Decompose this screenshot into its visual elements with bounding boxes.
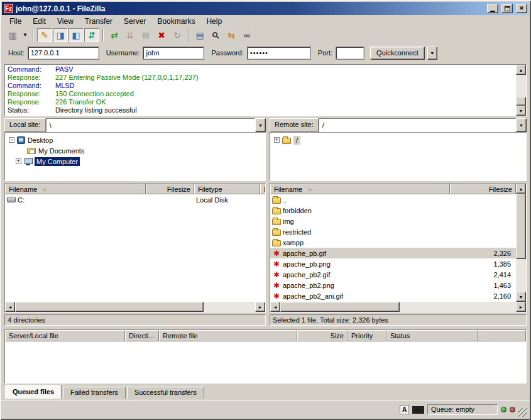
- collapse-icon[interactable]: −: [9, 137, 14, 143]
- toggle-remote-tree-icon[interactable]: ◧: [68, 28, 84, 42]
- file-row[interactable]: ✱apache_pb2_ani.gif 2,160: [270, 290, 516, 301]
- column-header-remote-file[interactable]: Remote file: [159, 330, 297, 341]
- tree-item-root[interactable]: + /: [274, 135, 526, 145]
- toggle-local-tree-icon[interactable]: ◨: [53, 28, 68, 42]
- maximize-button[interactable]: [501, 4, 513, 13]
- log-scrollbar[interactable]: ▲ ▼: [516, 65, 526, 116]
- menu-file[interactable]: File: [4, 16, 27, 27]
- scrollbar-thumb[interactable]: [516, 194, 526, 259]
- file-row-selected[interactable]: ✱apache_pb.gif 2,326: [270, 248, 516, 258]
- tab-successful-transfers[interactable]: Successful transfers: [127, 387, 204, 399]
- window-title: john@127.0.0.1 - FileZilla: [16, 4, 484, 13]
- titlebar[interactable]: Fz john@127.0.0.1 - FileZilla ✕: [2, 2, 529, 15]
- file-row[interactable]: ✱apache_pb2.gif 2,414: [270, 269, 516, 280]
- file-row-c-drive[interactable]: C: Local Disk: [5, 194, 265, 205]
- scrollbar-thumb[interactable]: [15, 302, 204, 312]
- documents-folder-icon: [27, 148, 36, 154]
- scroll-left-icon[interactable]: ◄: [5, 302, 15, 312]
- username-input[interactable]: [143, 47, 204, 59]
- column-header-status[interactable]: Status: [386, 330, 478, 341]
- expand-icon[interactable]: +: [274, 137, 280, 143]
- menu-transfer[interactable]: Transfer: [79, 16, 118, 27]
- column-header-lastmodified[interactable]: L: [260, 184, 265, 194]
- sort-ascending-icon: [42, 187, 47, 191]
- close-button[interactable]: ✕: [516, 4, 527, 13]
- log-entry: Response:227 Entering Passive Mode (127,…: [8, 74, 516, 82]
- transfer-type-indicator-icon[interactable]: A: [400, 405, 409, 414]
- process-queue-icon[interactable]: ⇊: [123, 28, 138, 42]
- toggle-transfer-queue-icon[interactable]: ⇵: [84, 28, 99, 42]
- queue-header: Server/Local file Directi... Remote file…: [5, 330, 526, 341]
- disconnect-icon[interactable]: ✖: [154, 28, 169, 42]
- scroll-left-icon[interactable]: ◄: [270, 302, 280, 312]
- folder-row[interactable]: xampp: [270, 237, 516, 248]
- minimize-button[interactable]: [487, 4, 498, 13]
- site-manager-dropdown-icon[interactable]: ▼: [21, 28, 30, 42]
- column-header-priority[interactable]: Priority: [348, 330, 386, 341]
- minimize-icon: [490, 11, 495, 12]
- scroll-right-icon[interactable]: ►: [516, 302, 526, 312]
- file-row[interactable]: ✱apache_pb2.png 1,463: [270, 280, 516, 290]
- resize-grip[interactable]: [518, 408, 527, 417]
- column-header-filetype[interactable]: Filetype: [194, 184, 260, 194]
- find-icon[interactable]: ∞: [239, 28, 255, 42]
- folder-row[interactable]: restricted: [270, 226, 516, 237]
- reconnect-icon[interactable]: ↻: [170, 28, 185, 42]
- scroll-down-icon[interactable]: ▼: [516, 106, 526, 116]
- scrollbar-thumb[interactable]: [280, 302, 400, 312]
- local-site-combobox[interactable]: \: [46, 118, 255, 132]
- scroll-up-icon[interactable]: ▲: [516, 184, 526, 194]
- tab-queued-files[interactable]: Queued files: [5, 385, 62, 399]
- selected-tree-item: /: [293, 136, 300, 145]
- folder-icon: [272, 240, 281, 246]
- queue-status-text: Queue: empty: [427, 404, 498, 415]
- expand-icon[interactable]: +: [16, 158, 21, 164]
- column-header-server-local-file[interactable]: Server/Local file: [5, 330, 125, 341]
- filter-icon[interactable]: ▤: [192, 28, 207, 42]
- host-input[interactable]: [28, 47, 99, 59]
- folder-row[interactable]: forbidden: [270, 205, 516, 216]
- menu-bookmarks[interactable]: Bookmarks: [151, 16, 200, 27]
- tab-failed-transfers[interactable]: Failed transfers: [63, 387, 126, 399]
- column-header-filesize[interactable]: Filesize: [450, 184, 516, 194]
- folder-row[interactable]: ..: [270, 194, 516, 205]
- scrollbar-thumb[interactable]: [516, 97, 526, 106]
- scroll-up-icon[interactable]: ▲: [516, 65, 526, 75]
- folder-icon: [272, 208, 281, 214]
- port-input[interactable]: [336, 47, 364, 59]
- column-header-filename[interactable]: Filename: [270, 184, 450, 194]
- column-header-size[interactable]: Size: [297, 330, 348, 341]
- remote-vertical-scrollbar[interactable]: ▲ ▼: [516, 184, 526, 302]
- menu-server[interactable]: Server: [118, 16, 151, 27]
- refresh-icon[interactable]: ⇄: [107, 28, 122, 42]
- quickconnect-dropdown-icon[interactable]: ▼: [427, 47, 437, 60]
- site-manager-icon[interactable]: ▥: [5, 28, 20, 42]
- column-header-filename[interactable]: Filename: [5, 184, 146, 194]
- menu-view[interactable]: View: [52, 16, 79, 27]
- remote-site-dropdown-icon[interactable]: ▼: [516, 118, 527, 132]
- sync-browsing-icon[interactable]: ⇆: [224, 28, 239, 42]
- menu-edit[interactable]: Edit: [27, 16, 52, 27]
- remote-horizontal-scrollbar[interactable]: ◄ ►: [270, 302, 526, 312]
- column-header-filesize[interactable]: Filesize: [146, 184, 194, 194]
- remote-site-combobox[interactable]: /: [319, 118, 516, 132]
- column-header-direction[interactable]: Directi...: [125, 330, 159, 341]
- menu-help[interactable]: Help: [200, 16, 227, 27]
- file-row[interactable]: ✱apache_pb.png 1,385: [270, 258, 516, 269]
- tree-item-desktop[interactable]: − Desktop: [9, 135, 265, 145]
- toggle-message-log-icon[interactable]: ✎: [37, 28, 52, 42]
- quickconnect-bar: Host: Username: Password: Port: Quickcon…: [2, 43, 529, 62]
- tree-item-my-computer[interactable]: + My Computer: [9, 156, 265, 167]
- folder-row[interactable]: img: [270, 216, 516, 226]
- tree-item-my-documents[interactable]: My Documents: [9, 145, 265, 156]
- scroll-right-icon[interactable]: ►: [255, 302, 265, 312]
- speed-limit-indicator-icon[interactable]: [412, 406, 424, 414]
- scroll-down-icon[interactable]: ▼: [516, 292, 526, 302]
- compare-icon[interactable]: ⚲: [208, 28, 223, 42]
- local-site-dropdown-icon[interactable]: ▼: [255, 118, 266, 132]
- remote-list-header: Filename Filesize: [270, 184, 516, 194]
- password-input[interactable]: [248, 47, 310, 59]
- cancel-operation-icon[interactable]: ⊠: [138, 28, 153, 42]
- local-horizontal-scrollbar[interactable]: ◄ ►: [5, 302, 265, 312]
- quickconnect-button[interactable]: Quickconnect: [370, 47, 425, 60]
